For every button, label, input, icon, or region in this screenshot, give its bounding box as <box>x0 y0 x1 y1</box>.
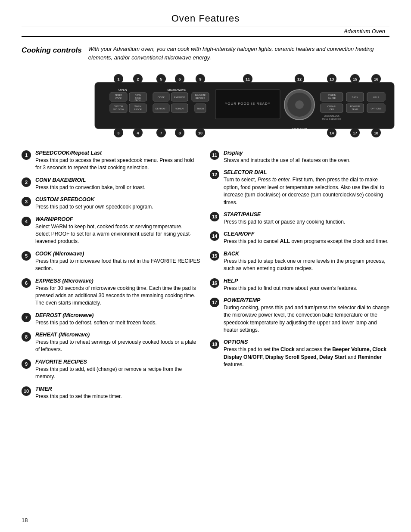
item-title: WARM/PROOF <box>35 216 201 222</box>
item-number: 12 <box>210 170 219 179</box>
svg-text:1: 1 <box>117 77 119 81</box>
item-title: Display <box>224 150 389 156</box>
list-item: 4WARM/PROOFSelect WARM to keep hot, cook… <box>22 216 201 246</box>
item-desc: Select WARM to keep hot, cooked foods at… <box>35 223 201 246</box>
list-item: 7DEFROST (Microwave)Press this pad to de… <box>22 312 201 327</box>
list-item: 6EXPRESS (Microwave)Press for 30 seconds… <box>22 278 201 307</box>
item-desc: Press this pad to cancel ALL oven progra… <box>224 238 389 245</box>
item-title: OPTIONS <box>224 339 389 345</box>
svg-text:RECIPES: RECIPES <box>196 97 206 100</box>
item-number: 3 <box>22 197 31 206</box>
item-desc: Press this pad to access the preset spee… <box>35 157 201 172</box>
item-desc: Press this pad to find out more about yo… <box>224 285 389 292</box>
svg-text:SPEED: SPEED <box>115 94 122 96</box>
svg-text:BACK: BACK <box>352 96 358 99</box>
item-title: START/PAUSE <box>224 212 389 218</box>
svg-point-33 <box>295 100 304 109</box>
item-title: EXPRESS (Microwave) <box>35 278 201 284</box>
svg-text:COOK: COOK <box>158 96 165 99</box>
item-title: DEFROST (Microwave) <box>35 312 201 318</box>
item-desc: Press this pad to set your own speedcook… <box>35 203 201 211</box>
svg-text:POWER/: POWER/ <box>350 105 360 108</box>
list-item: 12SELECTOR DIALTurn to select, Press to … <box>210 169 389 206</box>
svg-text:CUSTOM: CUSTOM <box>114 105 123 108</box>
list-item: 5COOK (Microwave)Press this pad to micro… <box>22 251 201 273</box>
svg-text:press to enter: press to enter <box>292 131 308 133</box>
svg-text:12: 12 <box>297 77 302 81</box>
item-number: 11 <box>210 150 219 160</box>
svg-text:MICROWAVE: MICROWAVE <box>167 88 186 91</box>
svg-text:COOK: COOK <box>115 97 122 100</box>
svg-text:BROIL: BROIL <box>134 99 141 102</box>
item-desc: Shows and instructs the use of all featu… <box>224 157 389 164</box>
item-number: 9 <box>22 359 31 369</box>
intro-text: With your Advantium oven, you can cook w… <box>88 45 389 62</box>
header: Oven Features Advantium Oven <box>22 13 389 37</box>
svg-text:9: 9 <box>199 77 201 81</box>
item-desc: Press this pad to set the minute timer. <box>35 393 201 400</box>
list-item: 2CONV BAKE/BROILPress this pad to convec… <box>22 177 201 191</box>
svg-text:16: 16 <box>374 77 378 81</box>
item-number: 4 <box>22 217 31 226</box>
list-item: 13START/PAUSEPress this pad to start or … <box>210 212 389 226</box>
svg-text:FAVORITE: FAVORITE <box>195 94 206 96</box>
item-number: 13 <box>210 212 219 221</box>
item-title: REHEAT (Microwave) <box>35 332 201 338</box>
svg-text:EXPRESS: EXPRESS <box>174 96 185 99</box>
svg-text:OFF: OFF <box>330 108 335 111</box>
intro-row: Cooking controls With your Advantium ove… <box>22 45 389 62</box>
item-title: CLEAR/OFF <box>224 231 389 237</box>
page: Oven Features Advantium Oven Cooking con… <box>0 0 411 532</box>
item-title: FAVORITE RECIPES <box>35 359 201 365</box>
item-desc: Press this pad to add, edit (change) or … <box>35 366 201 381</box>
list-item: 14CLEAR/OFFPress this pad to cancel ALL … <box>210 231 389 245</box>
oven-diagram: OVEN MICROWAVE SPEED COOK CUSTOM SPD COO… <box>86 66 401 141</box>
section-divider <box>22 36 389 37</box>
list-item: 18OPTIONSPress this pad to set the Clock… <box>210 339 389 368</box>
list-item: 10TIMERPress this pad to set the minute … <box>22 386 201 400</box>
list-item: 11DisplayShows and instructs the use of … <box>210 150 389 164</box>
svg-text:7: 7 <box>160 131 162 135</box>
diagram-container: OVEN MICROWAVE SPEED COOK CUSTOM SPD COO… <box>86 66 389 143</box>
item-desc: Press this pad to convection bake, broil… <box>35 184 201 191</box>
item-desc: During cooking, press this pad and turn/… <box>224 304 389 334</box>
item-desc: Turn to select, Press to enter. First tu… <box>224 176 389 206</box>
items-section: 1SPEEDCOOK/Repeat LastPress this pad to … <box>22 150 389 405</box>
item-number: 5 <box>22 251 31 261</box>
item-title: BACK <box>224 251 389 257</box>
list-item: 16HELPPress this pad to find out more ab… <box>210 278 389 292</box>
item-title: CUSTOM SPEEDCOOK <box>35 196 201 202</box>
item-number: 17 <box>210 298 219 307</box>
item-desc: Press this pad to defrost, soften or mel… <box>35 319 201 327</box>
page-number: 18 <box>22 517 28 523</box>
svg-text:OPTIONS: OPTIONS <box>371 107 382 110</box>
svg-text:13: 13 <box>330 77 334 81</box>
svg-text:HELP: HELP <box>373 96 380 99</box>
item-title: CONV BAKE/BROIL <box>35 177 201 183</box>
item-desc: Press for 30 seconds of microwave cookin… <box>35 285 201 307</box>
svg-text:REHEAT: REHEAT <box>175 107 185 110</box>
svg-text:turn to select: turn to select <box>292 128 307 130</box>
item-number: 6 <box>22 278 31 288</box>
svg-text:PAUSE: PAUSE <box>328 97 336 100</box>
svg-text:TEMP: TEMP <box>352 108 358 111</box>
header-divider <box>22 27 389 27</box>
list-item: 3CUSTOM SPEEDCOOKPress this pad to set y… <box>22 196 201 211</box>
svg-text:4: 4 <box>137 131 139 135</box>
item-title: SPEEDCOOK/Repeat Last <box>35 150 201 156</box>
list-item: 8REHEAT (Microwave)Press this pad to reh… <box>22 332 201 354</box>
svg-text:3: 3 <box>117 131 119 135</box>
svg-text:18: 18 <box>374 131 378 135</box>
list-item: 9FAVORITE RECIPESPress this pad to add, … <box>22 359 201 381</box>
item-title: TIMER <box>35 386 201 392</box>
item-title: COOK (Microwave) <box>35 251 201 257</box>
svg-text:15: 15 <box>353 77 357 81</box>
item-number: 15 <box>210 251 219 261</box>
item-number: 1 <box>22 150 31 160</box>
list-item: 15BACKPress this pad to step back one or… <box>210 251 389 273</box>
svg-text:PROOF: PROOF <box>134 108 142 111</box>
svg-text:WARM: WARM <box>134 105 141 108</box>
item-title: HELP <box>224 278 389 284</box>
svg-text:6: 6 <box>178 77 181 81</box>
svg-text:CLEAR/: CLEAR/ <box>327 105 336 108</box>
